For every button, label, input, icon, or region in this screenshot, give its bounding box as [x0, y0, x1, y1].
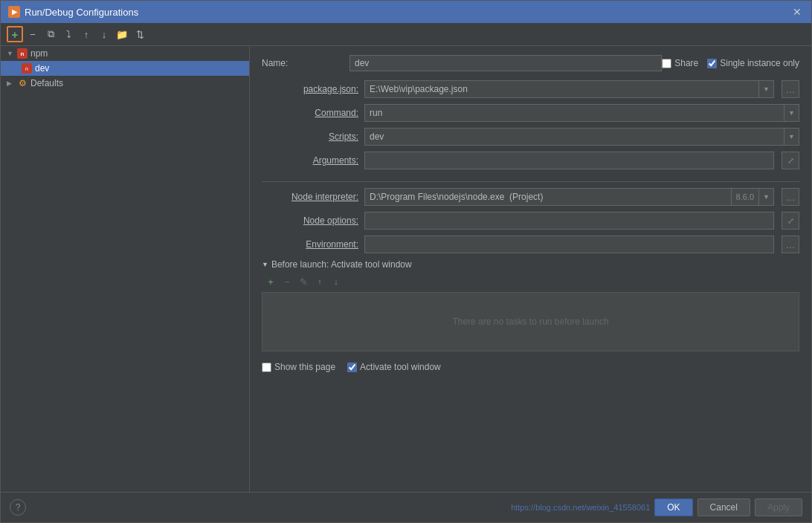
node-interpreter-dropdown[interactable]: ▼ [759, 188, 774, 206]
node-interpreter-browse[interactable]: … [782, 188, 799, 206]
share-label: Share [674, 58, 698, 68]
before-launch-edit[interactable]: ✎ [296, 274, 311, 289]
arguments-label: Arguments: [262, 155, 358, 166]
tree-item-dev[interactable]: n dev [1, 61, 249, 76]
node-interpreter-wrapper: 8.6.0 ▼ [364, 188, 774, 206]
before-launch-add[interactable]: + [263, 274, 278, 289]
app-icon: ▶ [8, 6, 20, 18]
dialog-title: Run/Debug Configurations [25, 7, 138, 18]
tasks-area: There are no tasks to run before launch [262, 292, 799, 351]
no-tasks-text: There are no tasks to run before launch [452, 316, 608, 327]
before-launch-toolbar: + − ✎ ↑ ↓ [262, 274, 799, 289]
package-json-dropdown[interactable]: ▼ [759, 80, 774, 98]
environment-browse[interactable]: … [782, 235, 799, 253]
command-wrapper: ▼ [364, 104, 799, 122]
before-launch-down[interactable]: ↓ [329, 274, 344, 289]
node-options-label: Node options: [262, 215, 358, 226]
package-json-browse[interactable]: … [782, 80, 799, 98]
tree-item-npm[interactable]: ▼ n npm [1, 46, 249, 61]
sort-button[interactable]: ⇅ [132, 26, 148, 42]
activate-window-text: Activate tool window [360, 362, 441, 372]
move-into-button[interactable]: ⤵ [60, 26, 77, 42]
environment-input[interactable] [364, 235, 774, 253]
node-version: 8.6.0 [732, 188, 759, 206]
arguments-input[interactable] [364, 152, 774, 169]
single-instance-checkbox[interactable] [707, 59, 717, 68]
move-down-button[interactable]: ↓ [96, 26, 112, 42]
ok-button[interactable]: OK [654, 498, 692, 516]
footer-right: https://blog.csdn.net/weixin_41558061 OK… [511, 498, 802, 516]
defaults-icon: ⚙ [17, 78, 28, 88]
scripts-wrapper: ▼ [364, 128, 799, 146]
package-json-label: package.json: [262, 84, 358, 94]
separator-1 [262, 181, 799, 182]
command-label: Command: [262, 108, 358, 118]
copy-config-button[interactable]: ⧉ [42, 26, 59, 42]
close-button[interactable]: ✕ [790, 5, 804, 19]
environment-row: Environment: … [262, 235, 799, 253]
before-launch-section[interactable]: ▼ Before launch: Activate tool window [262, 259, 799, 270]
bottom-options: Show this page Activate tool window [262, 362, 799, 372]
tree-item-defaults[interactable]: ▶ ⚙ Defaults [1, 76, 249, 91]
before-launch-up[interactable]: ↑ [312, 274, 327, 289]
npm-label: npm [30, 48, 48, 59]
node-interpreter-label: Node interpreter: [262, 192, 358, 202]
right-panel: Name: Share Single instance only packa [250, 46, 811, 492]
activate-window-label[interactable]: Activate tool window [347, 362, 441, 372]
move-up-button[interactable]: ↑ [78, 26, 94, 42]
title-bar: ▶ Run/Debug Configurations ✕ [1, 1, 811, 23]
npm-arrow: ▼ [7, 50, 14, 57]
activate-window-checkbox[interactable] [347, 363, 357, 372]
main-content: ▼ n npm n dev ▶ ⚙ Defaults Name: [1, 46, 811, 492]
share-checkbox[interactable] [662, 59, 671, 68]
remove-config-button[interactable]: − [25, 26, 41, 42]
share-checkbox-label[interactable]: Share [662, 58, 698, 68]
title-bar-left: ▶ Run/Debug Configurations [8, 6, 138, 18]
command-input[interactable] [364, 104, 784, 122]
apply-button[interactable]: Apply [755, 498, 802, 516]
cancel-button[interactable]: Cancel [697, 498, 750, 516]
dev-icon: n [22, 63, 32, 74]
before-launch-label: Before launch: Activate tool window [271, 259, 412, 270]
name-row: Name: [262, 55, 662, 71]
command-dropdown[interactable]: ▼ [784, 104, 799, 122]
show-page-label[interactable]: Show this page [262, 362, 335, 372]
show-page-text: Show this page [274, 362, 335, 372]
name-input[interactable] [349, 55, 662, 71]
footer-left: ? [10, 499, 26, 516]
name-label: Name: [262, 58, 344, 68]
footer-link: https://blog.csdn.net/weixin_41558061 [511, 503, 650, 512]
command-row: Command: ▼ [262, 104, 799, 122]
scripts-dropdown[interactable]: ▼ [784, 128, 799, 146]
node-options-input[interactable] [364, 212, 774, 230]
defaults-arrow: ▶ [7, 79, 14, 87]
show-page-checkbox[interactable] [262, 363, 271, 372]
node-options-row: Node options: ⤢ [262, 212, 799, 230]
footer: ? https://blog.csdn.net/weixin_41558061 … [1, 492, 811, 522]
before-launch-remove[interactable]: − [280, 274, 294, 289]
header-options: Share Single instance only [662, 58, 799, 68]
folder-button[interactable]: 📁 [114, 26, 130, 42]
package-json-wrapper: ▼ [364, 80, 774, 98]
help-button[interactable]: ? [10, 499, 26, 516]
run-debug-dialog: ▶ Run/Debug Configurations ✕ + − ⧉ ⤵ ↑ ↓… [0, 0, 812, 523]
scripts-input[interactable] [364, 128, 784, 146]
node-interpreter-input[interactable] [364, 188, 732, 206]
environment-label: Environment: [262, 239, 358, 250]
left-panel: ▼ n npm n dev ▶ ⚙ Defaults [1, 46, 250, 492]
before-launch-arrow: ▼ [262, 261, 268, 268]
npm-icon: n [17, 48, 28, 59]
add-config-button[interactable]: + [7, 26, 23, 42]
arguments-expand[interactable]: ⤢ [782, 152, 799, 169]
single-instance-label: Single instance only [720, 58, 799, 68]
scripts-label: Scripts: [262, 131, 358, 142]
node-options-expand[interactable]: ⤢ [782, 212, 799, 230]
form-header: Name: Share Single instance only [262, 55, 799, 71]
node-interpreter-row: Node interpreter: 8.6.0 ▼ … [262, 188, 799, 206]
arguments-row: Arguments: ⤢ [262, 152, 799, 169]
defaults-label: Defaults [30, 78, 63, 88]
scripts-row: Scripts: ▼ [262, 128, 799, 146]
single-instance-checkbox-label[interactable]: Single instance only [707, 58, 799, 68]
dev-label: dev [35, 63, 49, 74]
package-json-input[interactable] [364, 80, 759, 98]
